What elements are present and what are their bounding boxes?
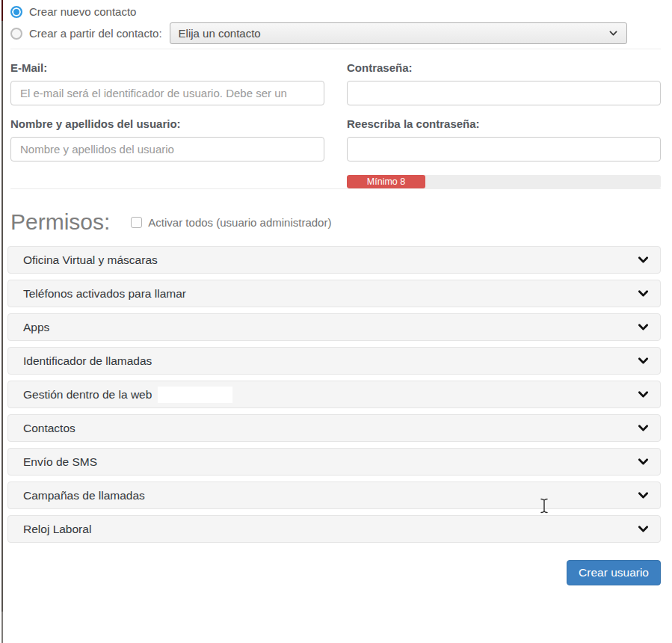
name-field-group: Nombre y apellidos del usuario: <box>10 105 324 188</box>
toggle-all-label: Activar todos (usuario administrador) <box>148 216 331 229</box>
accordion-panel-gestion-web[interactable]: Gestión dentro de la web <box>7 381 661 408</box>
window-edge-sliver-middle <box>1 21 3 612</box>
email-field-group: E-Mail: <box>10 49 324 105</box>
chevron-down-icon <box>638 322 649 333</box>
repeat-password-field-group: Reescriba la contraseña: Mínimo 8 <box>347 105 661 188</box>
credentials-grid: E-Mail: Contraseña: Nombre y apellidos d… <box>10 49 661 188</box>
accordion-panel-telefonos[interactable]: Teléfonos activados para llamar <box>7 280 661 307</box>
panel-label: Gestión dentro de la web <box>23 387 232 403</box>
panel-label: Campañas de llamadas <box>23 489 145 502</box>
panel-label: Oficina Virtual y máscaras <box>23 253 158 267</box>
toggle-all-permissions[interactable]: Activar todos (usuario administrador) <box>131 216 331 229</box>
radio-from-contact[interactable] <box>10 28 22 40</box>
radio-from-contact-label: Crear a partir del contacto: <box>29 27 162 40</box>
create-user-form: Crear nuevo contacto Crear a partir del … <box>0 0 672 585</box>
chevron-down-icon <box>638 288 649 299</box>
chevron-down-icon <box>638 422 649 434</box>
panel-label: Contactos <box>23 422 75 435</box>
radio-row-new-contact[interactable]: Crear nuevo contacto <box>10 5 661 18</box>
email-input[interactable] <box>10 81 324 105</box>
accordion-panel-envio-sms[interactable]: Envío de SMS <box>7 448 661 476</box>
divider-permissions <box>10 188 661 189</box>
create-user-button[interactable]: Crear usuario <box>567 560 661 585</box>
accordion-panel-identificador[interactable]: Identificador de llamadas <box>7 347 661 375</box>
accordion-panel-contactos[interactable]: Contactos <box>7 414 661 442</box>
toggle-all-checkbox[interactable] <box>131 217 142 228</box>
form-footer: Crear usuario <box>10 560 661 585</box>
password-strength-track: Mínimo 8 <box>347 175 661 188</box>
password-field-group: Contraseña: <box>347 49 661 105</box>
radio-row-from-contact[interactable]: Crear a partir del contacto: Elija un co… <box>10 22 661 44</box>
window-edge-sliver-bottom <box>1 612 3 643</box>
chevron-down-icon <box>638 456 649 467</box>
chevron-down-icon <box>638 355 649 366</box>
password-input[interactable] <box>347 81 661 105</box>
chevron-down-icon <box>638 389 649 400</box>
permissions-heading: Permisos: <box>10 209 110 235</box>
chevron-down-icon <box>638 523 649 535</box>
radio-new-contact-label: Crear nuevo contacto <box>29 5 136 18</box>
contact-select-value: Elija un contacto <box>179 27 261 40</box>
radio-new-contact[interactable] <box>10 6 22 18</box>
panel-label: Envío de SMS <box>23 455 97 469</box>
permissions-header: Permisos: Activar todos (usuario adminis… <box>10 209 661 235</box>
chevron-down-icon <box>638 490 649 501</box>
name-label: Nombre y apellidos del usuario: <box>10 117 324 130</box>
permissions-accordion: Oficina Virtual y máscaras Teléfonos act… <box>7 246 661 543</box>
accordion-panel-campanas[interactable]: Campañas de llamadas <box>7 482 661 509</box>
ibeam-cursor-icon <box>540 498 549 517</box>
accordion-panel-apps[interactable]: Apps <box>7 313 661 341</box>
panel-label: Reloj Laboral <box>23 523 91 536</box>
panel-label: Identificador de llamadas <box>23 354 152 368</box>
password-label: Contraseña: <box>347 61 661 74</box>
redacted-text-overlay <box>158 387 232 403</box>
chevron-down-icon <box>608 28 618 38</box>
repeat-password-input[interactable] <box>347 137 661 161</box>
email-label: E-Mail: <box>10 61 324 74</box>
accordion-panel-oficina-virtual[interactable]: Oficina Virtual y máscaras <box>7 246 661 274</box>
contact-select[interactable]: Elija un contacto <box>170 22 627 44</box>
password-strength-badge: Mínimo 8 <box>347 175 425 188</box>
window-edge-sliver-top <box>1 0 3 21</box>
accordion-panel-reloj-laboral[interactable]: Reloj Laboral <box>7 515 661 543</box>
name-input[interactable] <box>10 137 324 161</box>
panel-label: Teléfonos activados para llamar <box>23 287 186 301</box>
panel-label: Apps <box>23 321 49 334</box>
repeat-password-label: Reescriba la contraseña: <box>347 117 661 130</box>
chevron-down-icon <box>638 254 649 265</box>
